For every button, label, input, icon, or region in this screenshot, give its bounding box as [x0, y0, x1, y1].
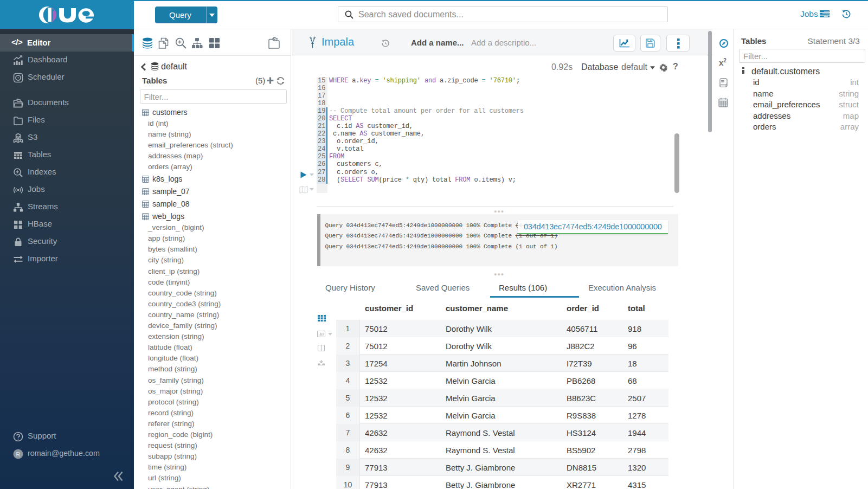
svg-text:R: R — [16, 451, 21, 458]
